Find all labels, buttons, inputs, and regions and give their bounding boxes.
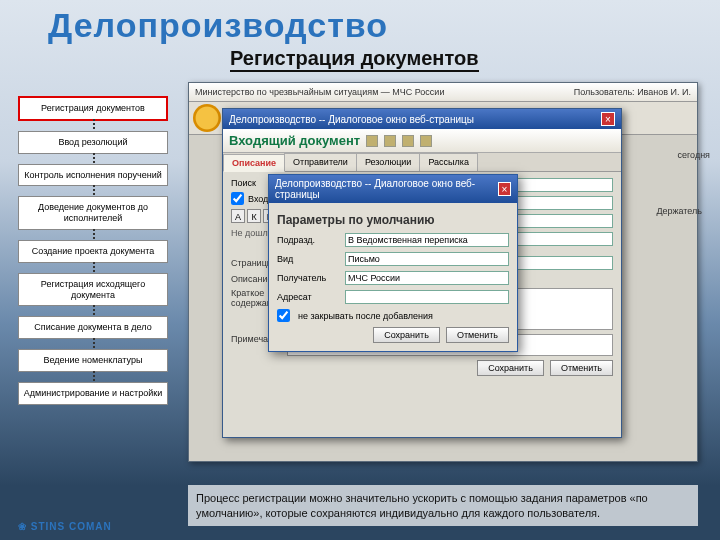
doc-tool-icon[interactable]	[420, 135, 432, 147]
sidebar-step-registration[interactable]: Регистрация документов	[18, 96, 168, 121]
doc-tool-icon[interactable]	[384, 135, 396, 147]
doc-cancel-button[interactable]: Отменить	[550, 360, 613, 376]
addr-label: Адресат	[277, 292, 341, 302]
params-heading: Параметры по умолчанию	[277, 213, 509, 227]
podr-input[interactable]	[345, 233, 509, 247]
tab-description[interactable]: Описание	[223, 154, 285, 172]
hint-today: сегодня	[678, 150, 711, 160]
recv-label: Получатель	[277, 273, 341, 283]
params-titlebar-text: Делопроизводство -- Диалоговое окно веб-…	[275, 178, 498, 200]
user-label: Пользователь:	[574, 87, 635, 97]
search-label: Поиск	[231, 178, 256, 188]
vid-label: Вид	[277, 254, 341, 264]
app-header-title: Министерство по чрезвычайным ситуациям —…	[195, 87, 444, 97]
workflow-sidebar: Регистрация документов Ввод резолюций Ко…	[18, 96, 168, 405]
params-dialog: Делопроизводство -- Диалоговое окно веб-…	[268, 174, 518, 352]
keep-open-checkbox[interactable]	[277, 309, 290, 322]
sidebar-step-control[interactable]: Контроль исполнения поручений	[18, 164, 168, 187]
emblem-icon	[193, 104, 221, 132]
doc-heading-text: Входящий документ	[229, 133, 360, 148]
sidebar-step-draft[interactable]: Создание проекта документа	[18, 240, 168, 263]
addr-input[interactable]	[345, 290, 509, 304]
keep-open-label: не закрывать после добавления	[298, 311, 433, 321]
hint-holder: Держатель	[656, 206, 702, 216]
doc-tool-icon[interactable]	[402, 135, 414, 147]
sidebar-step-nomenclature[interactable]: Ведение номенклатуры	[18, 349, 168, 372]
tab-distribution[interactable]: Рассылка	[419, 153, 478, 171]
letter-a[interactable]: А	[231, 209, 245, 223]
sidebar-step-deliver[interactable]: Доведение документов до исполнителей	[18, 196, 168, 230]
page-title: Делопроизводство	[0, 0, 720, 45]
tab-resolutions[interactable]: Резолюции	[356, 153, 420, 171]
tab-senders[interactable]: Отправители	[284, 153, 357, 171]
user-name: Иванов И. И.	[637, 87, 691, 97]
doc-tool-icon[interactable]	[366, 135, 378, 147]
close-icon[interactable]: ×	[601, 112, 615, 126]
sidebar-step-writeoff[interactable]: Списание документа в дело	[18, 316, 168, 339]
params-titlebar: Делопроизводство -- Диалоговое окно веб-…	[269, 175, 517, 203]
doc-save-button[interactable]: Сохранить	[477, 360, 544, 376]
app-user: Пользователь: Иванов И. И.	[574, 87, 691, 97]
app-header: Министерство по чрезвычайным ситуациям —…	[189, 83, 697, 102]
vid-input[interactable]	[345, 252, 509, 266]
sidebar-step-resolutions[interactable]: Ввод резолюций	[18, 131, 168, 154]
close-icon[interactable]: ×	[498, 182, 511, 196]
doc-tabs: Описание Отправители Резолюции Рассылка	[223, 153, 621, 172]
sidebar-step-outreg[interactable]: Регистрация исходящего документа	[18, 273, 168, 307]
brand-logo: STINS COMAN	[18, 521, 112, 532]
doc-titlebar: Делопроизводство -- Диалоговое окно веб-…	[223, 109, 621, 129]
doc-heading: Входящий документ	[223, 129, 621, 153]
letter-k[interactable]: К	[247, 209, 261, 223]
sidebar-step-admin[interactable]: Администрирование и настройки	[18, 382, 168, 405]
params-save-button[interactable]: Сохранить	[373, 327, 440, 343]
page-subtitle: Регистрация документов	[230, 47, 479, 72]
doc-titlebar-text: Делопроизводство -- Диалоговое окно веб-…	[229, 114, 474, 125]
incoming-checkbox[interactable]	[231, 192, 244, 205]
slide-caption: Процесс регистрации можно значительно ус…	[188, 485, 698, 526]
recv-input[interactable]	[345, 271, 509, 285]
podr-label: Подразд.	[277, 235, 341, 245]
params-cancel-button[interactable]: Отменить	[446, 327, 509, 343]
